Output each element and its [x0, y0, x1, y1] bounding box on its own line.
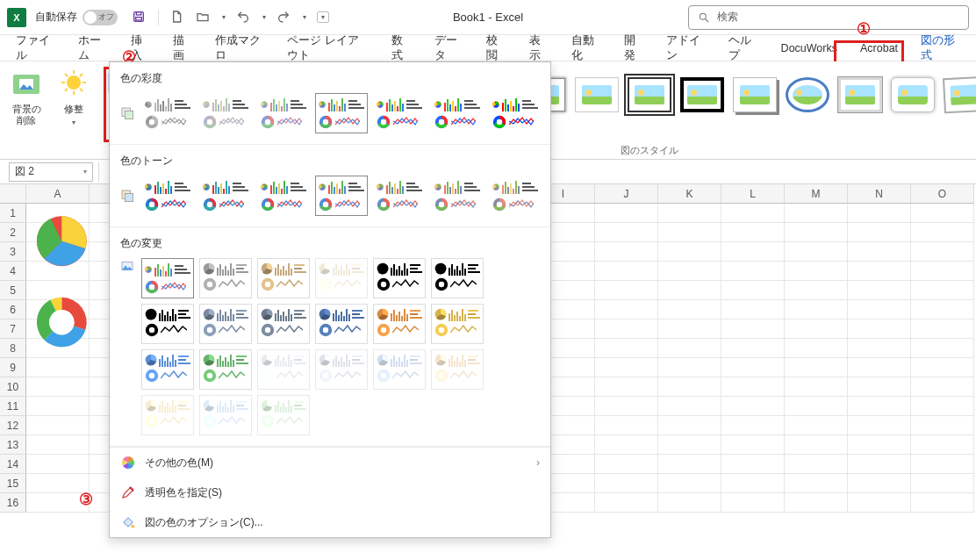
color-thumb[interactable]: [489, 93, 542, 133]
cell[interactable]: [595, 262, 658, 281]
col-header[interactable]: J: [595, 184, 658, 204]
cell[interactable]: [595, 377, 658, 397]
color-thumb[interactable]: [141, 176, 194, 216]
cell[interactable]: [848, 204, 911, 223]
cell[interactable]: [785, 300, 848, 319]
cell[interactable]: [721, 300, 785, 319]
recolor-thumb[interactable]: [315, 258, 368, 298]
cell[interactable]: [785, 358, 848, 377]
picture-style-7[interactable]: [628, 77, 671, 112]
row-header[interactable]: 16: [0, 493, 26, 513]
set-transparent-color-menu[interactable]: 透明色を指定(S): [110, 477, 550, 507]
cell[interactable]: [911, 416, 974, 435]
cell[interactable]: [595, 358, 658, 377]
picture-style-10[interactable]: [786, 77, 829, 112]
recolor-thumb[interactable]: [315, 349, 368, 390]
cell[interactable]: [721, 358, 785, 377]
cell[interactable]: [658, 300, 721, 319]
cell[interactable]: [785, 262, 848, 281]
cell[interactable]: [721, 281, 785, 300]
cell[interactable]: [658, 262, 721, 281]
picture-style-13[interactable]: [943, 76, 976, 114]
toggle-switch[interactable]: オフ: [83, 10, 118, 25]
cell[interactable]: [785, 281, 848, 300]
cell[interactable]: [658, 416, 721, 435]
cell[interactable]: [848, 377, 911, 397]
cell[interactable]: [658, 223, 721, 242]
cell[interactable]: [785, 435, 848, 455]
cell[interactable]: [848, 474, 911, 493]
recolor-thumb[interactable]: [373, 304, 426, 344]
row-header[interactable]: 2: [0, 223, 26, 242]
cell[interactable]: [658, 377, 721, 397]
cell[interactable]: [658, 397, 721, 416]
color-thumb[interactable]: [141, 258, 194, 298]
cell[interactable]: [911, 262, 974, 281]
cell[interactable]: [595, 281, 658, 300]
cell[interactable]: [911, 397, 974, 416]
recolor-thumb[interactable]: [199, 258, 252, 298]
undo-dropdown-icon[interactable]: ▾: [262, 13, 266, 21]
cell[interactable]: [785, 242, 848, 262]
cell[interactable]: [595, 493, 658, 513]
cell[interactable]: [658, 319, 721, 339]
cell[interactable]: [595, 242, 658, 262]
col-header[interactable]: L: [721, 184, 785, 204]
color-thumb[interactable]: [141, 93, 194, 133]
cell[interactable]: [911, 242, 974, 262]
color-thumb[interactable]: [431, 93, 484, 133]
cell[interactable]: [26, 455, 90, 474]
cell[interactable]: [595, 300, 658, 319]
recolor-thumb[interactable]: [315, 304, 368, 344]
cell[interactable]: [848, 223, 911, 242]
picture-color-options-menu[interactable]: 図の色のオプション(C)...: [110, 507, 550, 537]
recolor-thumb[interactable]: [257, 304, 310, 344]
cell[interactable]: [785, 204, 848, 223]
recolor-thumb[interactable]: [373, 258, 426, 298]
cell[interactable]: [911, 281, 974, 300]
cell[interactable]: [785, 474, 848, 493]
cell[interactable]: [911, 300, 974, 319]
cell[interactable]: [848, 300, 911, 319]
cell[interactable]: [848, 262, 911, 281]
cell[interactable]: [595, 435, 658, 455]
cell[interactable]: [658, 204, 721, 223]
cell[interactable]: [848, 455, 911, 474]
row-header[interactable]: 7: [0, 319, 26, 339]
row-header[interactable]: 10: [0, 377, 26, 397]
cell[interactable]: [595, 455, 658, 474]
recolor-thumb[interactable]: [257, 258, 310, 298]
cell[interactable]: [848, 339, 911, 358]
cell[interactable]: [658, 474, 721, 493]
color-thumb[interactable]: [373, 176, 426, 216]
picture-style-6[interactable]: [575, 77, 619, 112]
recolor-thumb[interactable]: [431, 258, 484, 298]
cell[interactable]: [911, 455, 974, 474]
cell[interactable]: [721, 474, 785, 493]
row-header[interactable]: 1: [0, 204, 26, 223]
cell[interactable]: [658, 455, 721, 474]
cell[interactable]: [911, 493, 974, 513]
select-all-button[interactable]: [0, 184, 26, 204]
recolor-thumb[interactable]: [431, 349, 484, 390]
cell[interactable]: [785, 319, 848, 339]
more-colors-menu[interactable]: その他の色(M) ›: [110, 448, 550, 477]
cell[interactable]: [785, 455, 848, 474]
cell[interactable]: [848, 281, 911, 300]
recolor-thumb[interactable]: [141, 304, 194, 344]
cell[interactable]: [785, 397, 848, 416]
cell[interactable]: [595, 474, 658, 493]
cell[interactable]: [785, 416, 848, 435]
cell[interactable]: [721, 455, 785, 474]
cell[interactable]: [658, 242, 721, 262]
redo-icon[interactable]: [276, 10, 292, 25]
picture-style-12[interactable]: [891, 77, 935, 112]
row-header[interactable]: 12: [0, 416, 26, 435]
picture-style-9[interactable]: [733, 77, 777, 112]
autosave-toggle[interactable]: 自動保存 オフ: [35, 10, 118, 25]
name-box[interactable]: 図 2 ▾: [9, 162, 93, 182]
cell[interactable]: [848, 319, 911, 339]
cell[interactable]: [26, 416, 90, 435]
cell[interactable]: [911, 204, 974, 223]
cell[interactable]: [721, 262, 785, 281]
